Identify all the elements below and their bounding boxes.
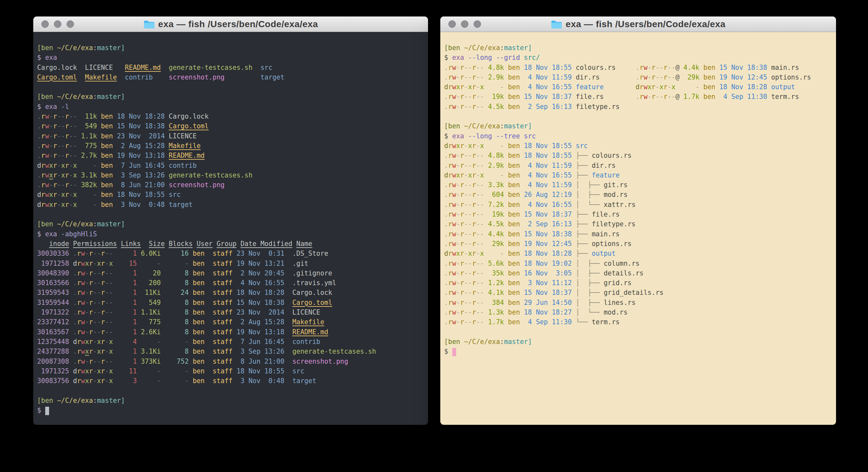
titlebar[interactable]: exa — fish /Users/ben/Code/exa/exa [33,17,428,32]
terminal-text [69,269,73,277]
terminal-text [165,201,168,208]
terminal-text: 16 Nov 3:05 [524,269,572,277]
terminal-line: .rw-r--r-- 19k ben 15 Nov 18:37 file.rs … [444,92,832,101]
permission-char: - [655,83,659,91]
terminal-line: .rw-r--r-- 4.5k ben 2 Sep 16:13 filetype… [444,102,832,112]
permission-char: - [468,260,472,267]
terminal-text: └── [576,318,591,326]
terminal-text: 1 [117,308,137,316]
terminal-text: 15 [117,260,137,267]
terminal-text: 19 Nov 12:45 [719,73,767,81]
terminal-text: 1 [117,348,137,355]
terminal-line: .rw-r--r-- 19k ben 15 Nov 18:37 ├── file… [444,209,832,219]
terminal-text: Group [216,240,237,248]
terminal-text: 6.0Ki [141,249,161,257]
permission-char: r [652,64,655,71]
terminal-text: 4.4k [488,230,504,238]
permission-char: w [452,220,456,228]
minimize-button[interactable] [54,20,61,28]
terminal-text: 4 Nov 11:59 [524,161,572,169]
terminal-text: output [592,249,616,257]
permission-char: d [37,161,41,169]
permission-char: - [93,367,97,375]
permission-char: x [480,171,484,179]
terminal-line: .rw-r--r-- 4.8k ben 18 Nov 18:55 ├── col… [444,151,832,160]
terminal-text: lines.rs [604,299,636,306]
permission-char: r [472,181,476,189]
permission-char: r [77,328,81,336]
close-button[interactable] [448,20,456,28]
close-button[interactable] [41,20,49,28]
permission-char: x [468,171,472,179]
permission-char: - [85,328,89,336]
titlebar[interactable]: exa — fish /Users/ben/Code/exa/exa [440,17,836,32]
permission-char: - [464,103,468,111]
permission-char: w [452,83,456,91]
terminal-text [572,249,576,257]
terminal-text: staff [213,328,232,336]
permission-char: - [464,171,468,179]
terminal-window-light[interactable]: exa — fish /Users/ben/Code/exa/exa [ben … [440,17,836,425]
terminal-text: options.rs [771,73,811,81]
terminal-line: .rw-r--r-- 1.7k ben 4 Sep 11:30 └── term… [444,317,832,327]
permission-char: - [480,161,484,169]
minimize-button[interactable] [461,20,468,28]
terminal-text [141,240,149,248]
terminal-text: - [141,338,161,346]
permission-char: - [668,83,671,91]
terminal-text: │ └── [576,308,603,316]
permission-char: - [61,152,65,159]
terminal-window-dark[interactable]: exa — fish /Users/ben/Code/exa/exa [ben … [33,17,428,425]
permission-char: . [444,279,448,287]
terminal-line: 1971258 drwxr-xr-x 15 - - ben staff 19 N… [37,259,424,268]
terminal-text: ben [192,348,205,355]
terminal-text: src [524,132,536,140]
terminal-text [77,152,81,159]
terminal-text [77,132,81,140]
permission-char: - [468,64,472,71]
terminal-text: contrib [168,161,196,169]
zoom-button[interactable] [66,20,74,28]
permission-char: - [480,299,484,306]
permission-char: - [672,93,676,100]
permission-char: r [472,171,476,179]
terminal-text: 8 [165,299,189,306]
permission-char: - [464,289,468,296]
terminal-text [113,161,117,169]
permission-char: . [444,210,448,218]
permission-char: - [464,181,468,189]
permission-char: - [456,279,460,287]
permission-char: r [89,338,93,346]
terminal-text [599,73,636,81]
terminal-text: 8 Jun 21:00 [117,181,165,189]
permission-char: r [41,161,45,169]
permission-char: - [468,103,472,111]
permission-char: r [101,318,105,326]
terminal-text [232,348,237,355]
terminal-text: - [141,367,161,375]
terminal-text: 1 [117,269,137,277]
terminal-text: 549 [81,122,97,130]
terminal-text [113,260,117,267]
terminal-text [113,249,117,257]
zoom-button[interactable] [473,20,481,28]
terminal-line: drwxr-xr-x - ben 4 Nov 16:55 feature drw… [444,82,832,92]
terminal-text [161,269,165,277]
terminal-line: .rw-r--r-- 1.3k ben 18 Nov 18:27 │ └── m… [444,307,832,317]
permission-char: x [85,348,89,355]
permission-char: . [444,161,448,169]
permission-char: - [464,240,468,248]
terminal-content[interactable]: [ben ~/C/e/exa:master]$ exa --long --gri… [440,32,836,357]
permission-char: - [476,299,480,306]
terminal-text: --long --grid [468,54,524,61]
terminal-line: .rw-r--r-- 11k ben 18 Nov 18:28 Cargo.lo… [37,112,424,121]
terminal-text [504,220,508,228]
terminal-text: 4.5k [488,220,504,228]
terminal-content[interactable]: [ben ~/C/e/exa:master]$ exaCargo.lock LI… [33,32,428,415]
permission-char: r [101,260,105,267]
permission-char: - [105,299,109,306]
terminal-text [504,181,508,189]
terminal-text [284,279,292,287]
permission-char: - [468,299,472,306]
window-title-text: exa — fish /Users/ben/Code/exa/exa [158,19,318,29]
